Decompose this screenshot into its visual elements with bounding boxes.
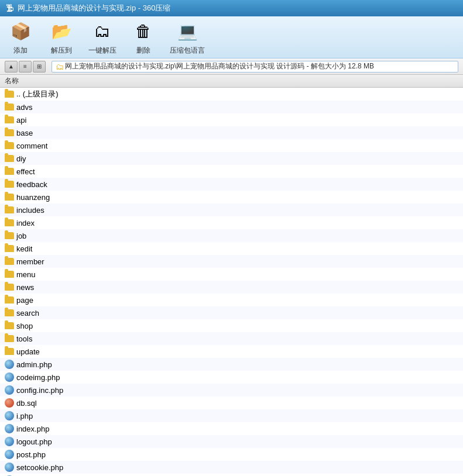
list-item[interactable]: includes — [0, 203, 463, 216]
nav-list-button[interactable]: ≡ — [19, 61, 32, 73]
lang-label: 压缩包语言 — [170, 46, 205, 56]
list-item[interactable]: admin.php — [0, 358, 463, 371]
folder-icon — [5, 128, 14, 137]
breadcrumb-bar: ▲ ≡ ⊞ 🗂 网上宠物用品商城的设计与实现.zip\网上宠物用品商城的设计与实… — [0, 58, 463, 75]
php-file-icon — [5, 360, 14, 369]
file-name: member — [16, 257, 44, 266]
app-icon: 🗜 — [6, 4, 14, 13]
file-name: feedback — [16, 180, 47, 189]
list-item[interactable]: api — [0, 113, 463, 126]
add-icon: 📦 — [8, 19, 33, 43]
list-item[interactable]: index — [0, 216, 463, 229]
file-name: logout.php — [16, 437, 52, 446]
toolbar-onekey-button[interactable]: 🗂 一键解压 — [88, 19, 117, 56]
file-name: codeimg.php — [16, 373, 60, 382]
list-item[interactable]: effect — [0, 165, 463, 178]
folder-icon — [5, 115, 14, 125]
file-name: db.sql — [16, 399, 37, 408]
php-file-icon — [5, 437, 14, 446]
list-item[interactable]: news — [0, 281, 463, 294]
file-name: setcookie.php — [16, 463, 63, 472]
file-name: index — [16, 219, 35, 227]
nav-detail-button[interactable]: ⊞ — [33, 61, 46, 73]
file-name: tools — [16, 334, 32, 343]
file-name: i.php — [16, 412, 33, 420]
breadcrumb-text: 网上宠物用品商城的设计与实现.zip\网上宠物用品商城的设计与实现 设计源码 -… — [65, 61, 374, 71]
list-item[interactable]: comment — [0, 139, 463, 152]
onekey-label: 一键解压 — [88, 46, 116, 56]
file-name: post.php — [16, 450, 46, 459]
column-header: 名称 — [0, 75, 463, 88]
folder-icon — [5, 295, 14, 305]
file-name: base — [16, 129, 33, 137]
add-label: 添加 — [13, 46, 28, 56]
folder-icon — [5, 244, 14, 253]
list-item[interactable]: db.sql — [0, 396, 463, 409]
list-item[interactable]: feedback — [0, 178, 463, 191]
folder-icon — [5, 270, 14, 279]
folder-icon — [5, 308, 14, 318]
list-item[interactable]: tools — [0, 332, 463, 345]
folder-icon — [5, 167, 14, 176]
file-name: index.php — [16, 425, 49, 433]
list-item[interactable]: codeimg.php — [0, 371, 463, 384]
php-file-icon — [5, 385, 14, 395]
toolbar-add-button[interactable]: 📦 添加 — [6, 19, 35, 56]
folder-icon — [5, 257, 14, 266]
folder-icon — [5, 334, 14, 343]
list-item[interactable]: setcookie.php — [0, 461, 463, 474]
list-item[interactable]: huanzeng — [0, 191, 463, 203]
delete-icon: 🗑 — [131, 19, 156, 43]
folder-icon — [5, 89, 14, 99]
file-name: diy — [16, 154, 26, 163]
file-name: shop — [16, 322, 33, 330]
file-name: .. (上级目录) — [16, 89, 59, 99]
folder-icon — [5, 141, 14, 150]
nav-buttons: ▲ ≡ ⊞ — [5, 61, 46, 73]
folder-icon — [5, 205, 14, 215]
list-item[interactable]: shop — [0, 319, 463, 332]
list-item[interactable]: menu — [0, 268, 463, 281]
toolbar-lang-button[interactable]: 💻 压缩包语言 — [170, 19, 205, 56]
file-name: effect — [16, 167, 35, 176]
list-item[interactable]: index.php — [0, 422, 463, 435]
list-item[interactable]: logout.php — [0, 435, 463, 448]
list-item[interactable]: job — [0, 229, 463, 242]
window-title: 网上宠物用品商城的设计与实现.zip - 360压缩 — [18, 3, 170, 13]
sql-file-icon — [5, 398, 14, 408]
file-name: search — [16, 309, 39, 318]
list-item[interactable]: update — [0, 345, 463, 358]
folder-icon — [5, 231, 14, 240]
list-item[interactable]: post.php — [0, 448, 463, 461]
extract-icon: 📂 — [49, 19, 74, 43]
list-item[interactable]: .. (上级目录) — [0, 88, 463, 101]
list-item[interactable]: diy — [0, 152, 463, 165]
file-name: page — [16, 296, 33, 305]
list-item[interactable]: i.php — [0, 409, 463, 422]
file-name: news — [16, 283, 34, 292]
toolbar-extract-button[interactable]: 📂 解压到 — [47, 19, 76, 56]
nav-up-button[interactable]: ▲ — [5, 61, 18, 73]
php-file-icon — [5, 411, 14, 420]
list-item[interactable]: page — [0, 294, 463, 306]
folder-icon — [5, 154, 14, 163]
onekey-icon: 🗂 — [90, 19, 115, 43]
breadcrumb-path: 🗂 网上宠物用品商城的设计与实现.zip\网上宠物用品商城的设计与实现 设计源码… — [52, 61, 458, 73]
file-name: update — [16, 347, 40, 356]
list-item[interactable]: config.inc.php — [0, 384, 463, 396]
lang-icon: 💻 — [175, 19, 200, 43]
file-name: api — [16, 116, 26, 125]
file-name: huanzeng — [16, 193, 50, 202]
list-item[interactable]: base — [0, 126, 463, 139]
toolbar-delete-button[interactable]: 🗑 删除 — [129, 19, 158, 56]
list-item[interactable]: kedit — [0, 242, 463, 255]
extract-label: 解压到 — [51, 46, 72, 56]
title-bar: 🗜 网上宠物用品商城的设计与实现.zip - 360压缩 — [0, 0, 463, 16]
file-name: config.inc.php — [16, 386, 63, 395]
list-item[interactable]: member — [0, 255, 463, 268]
folder-icon — [5, 180, 14, 189]
file-list[interactable]: .. (上级目录) advs api base comment diy effe… — [0, 88, 463, 476]
php-file-icon — [5, 372, 14, 382]
list-item[interactable]: search — [0, 306, 463, 319]
list-item[interactable]: advs — [0, 101, 463, 113]
